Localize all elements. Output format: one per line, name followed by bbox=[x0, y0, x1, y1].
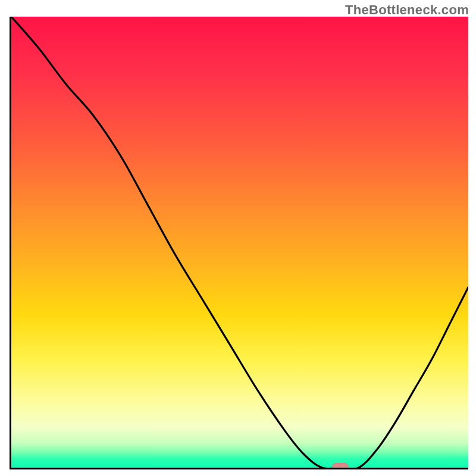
plot-area bbox=[10, 17, 468, 469]
watermark-text: TheBottleneck.com bbox=[345, 2, 469, 18]
optimal-point-marker bbox=[332, 463, 349, 469]
bottleneck-curve bbox=[11, 17, 468, 468]
chart-stage: TheBottleneck.com bbox=[0, 0, 476, 476]
